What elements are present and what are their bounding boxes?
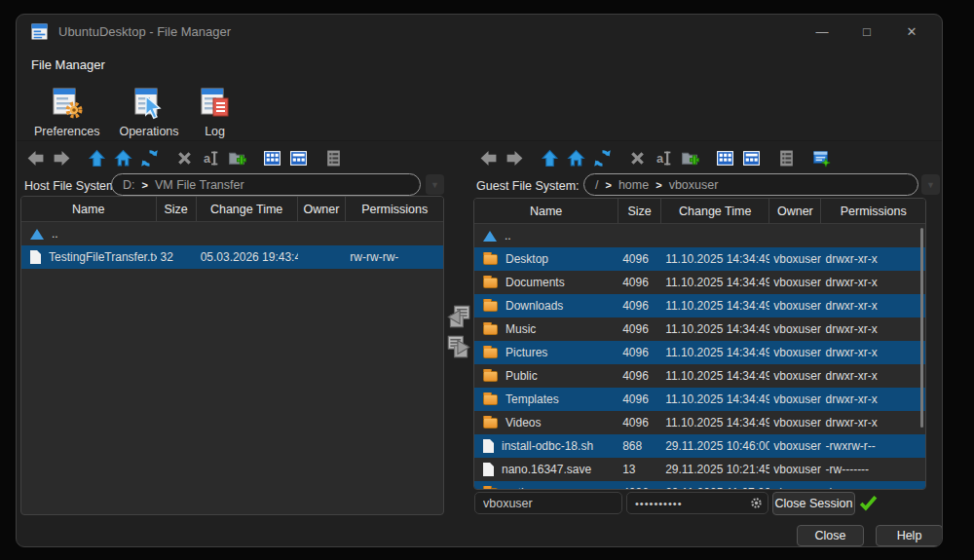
- host-go-up-icon[interactable]: [86, 146, 108, 169]
- host-go-home-icon[interactable]: [112, 146, 134, 169]
- svg-text:a: a: [656, 152, 664, 166]
- maximize-button[interactable]: □: [844, 15, 889, 48]
- menubar: File Manager: [31, 56, 105, 73]
- file-icon: [483, 439, 494, 453]
- guest-col-owner[interactable]: Owner: [769, 199, 821, 223]
- guest-row-nano-save[interactable]: nano.16347.save 13 29.11.2025 10:21:45 v…: [474, 458, 925, 481]
- close-window-button[interactable]: ✕: [889, 15, 934, 48]
- guest-row-desktop[interactable]: Desktop 4096 11.10.2025 14:34:49 vboxuse…: [474, 247, 925, 271]
- show-password-icon[interactable]: [749, 496, 764, 510]
- up-directory-icon: [30, 229, 44, 240]
- guest-crumb-user[interactable]: vboxuser: [669, 178, 719, 192]
- guest-properties-icon[interactable]: [775, 146, 798, 169]
- guest-breadcrumb[interactable]: / > home > vboxuser: [583, 173, 918, 196]
- host-rename-icon[interactable]: a: [200, 146, 222, 169]
- copy-to-host-button[interactable]: [445, 303, 472, 329]
- host-breadcrumb-dropdown[interactable]: ▼: [426, 174, 444, 195]
- close-button[interactable]: Close: [797, 525, 864, 546]
- guest-row-up[interactable]: ..: [474, 224, 925, 247]
- guest-row-downloads[interactable]: Downloads 4096 11.10.2025 14:34:49 vboxu…: [474, 294, 925, 317]
- guest-row-pictures[interactable]: Pictures 4096 11.10.2025 14:34:49 vboxus…: [474, 341, 925, 364]
- guest-delete-icon[interactable]: [626, 146, 649, 169]
- host-col-permissions[interactable]: Permissions: [346, 197, 443, 221]
- folder-icon: [483, 488, 498, 491]
- host-invert-selection-icon[interactable]: [287, 146, 310, 169]
- host-col-name[interactable]: Name: [21, 197, 157, 221]
- guest-breadcrumb-dropdown[interactable]: ▼: [921, 174, 940, 195]
- file-icon: [483, 463, 494, 476]
- session-username-input[interactable]: [474, 492, 622, 514]
- preferences-label: Preferences: [34, 125, 99, 138]
- host-crumb-drive[interactable]: D:: [123, 178, 135, 192]
- file-manager-window: UbuntuDesktop - File Manager — □ ✕ File …: [16, 14, 943, 547]
- host-row-file[interactable]: TestingFileTransfer.txt 32 05.03.2026 19…: [21, 245, 443, 269]
- host-new-directory-icon[interactable]: [226, 146, 248, 169]
- guest-go-home-icon[interactable]: [565, 146, 587, 169]
- guest-col-name[interactable]: Name: [474, 199, 618, 223]
- host-select-all-icon[interactable]: [261, 146, 283, 169]
- host-properties-icon[interactable]: [322, 146, 345, 169]
- guest-col-permissions[interactable]: Permissions: [821, 199, 925, 223]
- guest-forward-icon[interactable]: [504, 146, 526, 169]
- toolbar-separator: [17, 140, 942, 141]
- log-label: Log: [205, 125, 225, 138]
- guest-go-up-icon[interactable]: [539, 146, 561, 169]
- guest-row-install-odbc[interactable]: install-odbc-18.sh 868 29.11.2025 10:46:…: [474, 434, 925, 458]
- guest-table-scrollbar[interactable]: [920, 228, 923, 428]
- guest-invert-selection-icon[interactable]: [740, 146, 763, 169]
- guest-row-public[interactable]: Public 4096 11.10.2025 14:34:49 vboxuser…: [474, 364, 925, 388]
- host-table-header: Name Size Change Time Owner Permissions: [21, 197, 443, 222]
- guest-row-templates[interactable]: Templates 4096 11.10.2025 14:34:49 vboxu…: [474, 388, 925, 411]
- guest-table-header: Name Size Change Time Owner Permissions: [474, 199, 925, 224]
- log-icon: [199, 87, 232, 120]
- help-button[interactable]: Help: [876, 525, 943, 546]
- guest-session-icon[interactable]: [810, 146, 833, 169]
- guest-row-music[interactable]: Music 4096 11.10.2025 14:34:49 vboxuser …: [474, 317, 925, 341]
- menu-file-manager[interactable]: File Manager: [31, 57, 105, 72]
- file-icon: [30, 250, 41, 264]
- folder-icon: [483, 324, 498, 335]
- host-col-change-time[interactable]: Change Time: [197, 197, 298, 221]
- folder-icon: [483, 371, 498, 382]
- host-refresh-icon[interactable]: [138, 146, 161, 169]
- host-col-owner[interactable]: Owner: [298, 197, 347, 221]
- guest-col-size[interactable]: Size: [618, 199, 661, 223]
- guest-file-table: Name Size Change Time Owner Permissions …: [473, 198, 926, 490]
- breadcrumb-separator: >: [605, 179, 611, 191]
- host-crumb-folder[interactable]: VM File Transfer: [155, 178, 244, 192]
- minimize-button[interactable]: —: [800, 15, 844, 48]
- operations-icon: [132, 87, 166, 120]
- guest-row-documents[interactable]: Documents 4096 11.10.2025 14:34:49 vboxu…: [474, 271, 925, 294]
- guest-row-python[interactable]: python 4096 29.11.2025 11:07:00 vboxuser…: [474, 481, 925, 490]
- guest-select-all-icon[interactable]: [714, 146, 736, 169]
- session-password-input[interactable]: ••••••••••: [626, 492, 768, 514]
- guest-back-icon[interactable]: [477, 146, 500, 169]
- guest-crumb-home[interactable]: home: [618, 178, 649, 192]
- copy-to-guest-button[interactable]: [445, 333, 472, 359]
- guest-rename-icon[interactable]: a: [653, 146, 675, 169]
- folder-icon: [483, 348, 498, 358]
- host-file-system-label: Host File System:: [24, 179, 120, 193]
- window-title: UbuntuDesktop - File Manager: [58, 24, 231, 39]
- folder-icon: [483, 394, 498, 405]
- host-navbar: a: [24, 144, 349, 171]
- guest-row-videos[interactable]: Videos 4096 11.10.2025 14:34:49 vboxuser…: [474, 411, 925, 434]
- close-session-button[interactable]: Close Session: [772, 492, 855, 515]
- folder-icon: [483, 301, 498, 312]
- host-col-size[interactable]: Size: [157, 197, 197, 221]
- guest-col-change-time[interactable]: Change Time: [661, 199, 769, 223]
- guest-crumb-root[interactable]: /: [595, 178, 598, 192]
- host-delete-icon[interactable]: [173, 146, 196, 169]
- host-back-icon[interactable]: [24, 146, 47, 169]
- host-forward-icon[interactable]: [51, 146, 73, 169]
- host-breadcrumb[interactable]: D: > VM File Transfer: [111, 173, 421, 196]
- host-row-up[interactable]: ..: [21, 222, 443, 245]
- session-active-check-icon: [859, 494, 878, 512]
- log-button[interactable]: Log: [189, 83, 242, 142]
- preferences-button[interactable]: Preferences: [24, 83, 109, 142]
- operations-button[interactable]: Operations: [109, 83, 188, 142]
- host-file-table: Name Size Change Time Owner Permissions …: [20, 196, 444, 515]
- guest-refresh-icon[interactable]: [591, 146, 614, 169]
- guest-new-directory-icon[interactable]: [679, 146, 701, 169]
- svg-text:a: a: [204, 152, 211, 166]
